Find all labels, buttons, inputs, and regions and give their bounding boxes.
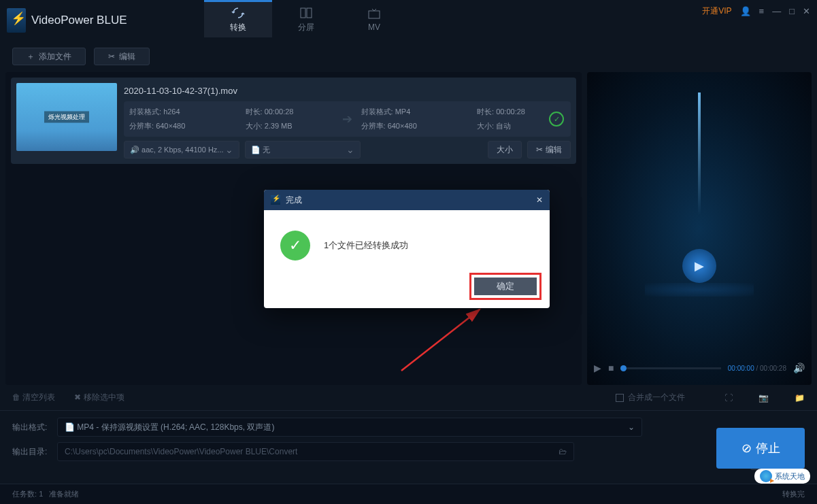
file-item[interactable]: 烁光视频处理 2020-11-03-10-42-37(1).mov 封装格式: … bbox=[11, 78, 576, 164]
site-watermark: 系统天地 bbox=[754, 469, 810, 484]
size-button[interactable]: 大小 bbox=[488, 141, 522, 158]
dst-format: MP4 bbox=[395, 107, 411, 116]
progress-text: 转换完 bbox=[782, 489, 805, 499]
stop-playback-button[interactable]: ■ bbox=[608, 363, 614, 373]
ok-button[interactable]: 确定 bbox=[474, 278, 537, 295]
preview-play-orb[interactable] bbox=[682, 249, 716, 283]
success-check-icon: ✓ bbox=[549, 112, 564, 127]
play-button[interactable]: ▶ bbox=[594, 363, 601, 373]
plus-icon: ＋ bbox=[27, 51, 35, 63]
scissors-icon: ✂ bbox=[108, 52, 115, 61]
player-controls: ▶ ■ 00:00:00 / 00:00:28 🔊 bbox=[587, 351, 812, 385]
user-icon[interactable]: 👤 bbox=[740, 6, 751, 16]
output-section: 输出格式: 📄 MP4 - 保持源视频设置 (H.264; AAC, 128Kb… bbox=[0, 410, 817, 473]
progress-slider[interactable] bbox=[620, 367, 720, 369]
stop-icon: ⊘ bbox=[741, 441, 752, 456]
dst-resolution: 640×480 bbox=[388, 122, 417, 130]
output-format-label: 输出格式: bbox=[12, 422, 50, 433]
arrow-right-icon: ➔ bbox=[334, 112, 361, 127]
preview-panel: ▶ ■ 00:00:00 / 00:00:28 🔊 bbox=[587, 72, 812, 385]
volume-button[interactable]: 🔊 bbox=[793, 363, 805, 373]
folder-icon[interactable]: 📁 bbox=[795, 393, 805, 403]
globe-icon bbox=[760, 470, 772, 482]
status-bar: 任务数: 1 准备就绪 转换完 bbox=[0, 484, 817, 504]
svg-rect-1 bbox=[307, 8, 312, 18]
tab-label: MV bbox=[368, 22, 380, 32]
output-dir-input[interactable]: C:\Users\pc\Documents\VideoPower\VideoPo… bbox=[57, 442, 574, 461]
remove-selected-button[interactable]: ✖ 移除选中项 bbox=[74, 392, 124, 403]
dialog-close-button[interactable]: ✕ bbox=[536, 195, 543, 205]
item-edit-button[interactable]: ✂编辑 bbox=[527, 141, 571, 158]
src-duration: 00:00:28 bbox=[265, 107, 294, 116]
window-controls: 开通VIP 👤 ≡ — □ ✕ bbox=[702, 5, 810, 17]
stop-button[interactable]: ⊘停止 bbox=[716, 428, 805, 469]
tab-mv[interactable]: MV bbox=[340, 0, 408, 37]
dialog-message: 1个文件已经转换成功 bbox=[324, 239, 408, 252]
tab-split[interactable]: 分屏 bbox=[272, 0, 340, 37]
completion-dialog: 完成 ✕ ✓ 1个文件已经转换成功 确定 bbox=[264, 190, 550, 308]
merge-checkbox[interactable]: 合并成一个文件 bbox=[616, 392, 685, 403]
dialog-header[interactable]: 完成 ✕ bbox=[264, 190, 550, 210]
toolbar: ＋添加文件 ✂编辑 bbox=[0, 41, 817, 72]
edit-button[interactable]: ✂编辑 bbox=[94, 48, 150, 65]
file-name: 2020-11-03-10-42-37(1).mov bbox=[124, 83, 571, 101]
task-count: 任务数: 1 准备就绪 bbox=[12, 489, 79, 499]
output-dir-label: 输出目录: bbox=[12, 446, 50, 458]
svg-rect-0 bbox=[301, 8, 305, 18]
src-resolution: 640×480 bbox=[156, 122, 185, 130]
light-beam bbox=[698, 93, 701, 215]
tv-icon bbox=[367, 7, 381, 20]
checkbox-icon bbox=[616, 394, 624, 402]
refresh-icon bbox=[231, 7, 245, 19]
maximize-button[interactable]: □ bbox=[789, 6, 795, 16]
time-display: 00:00:00 / 00:00:28 bbox=[728, 365, 786, 372]
dst-size: 自动 bbox=[496, 122, 511, 130]
audio-select[interactable]: 🔊 aac, 2 Kbps, 44100 Hz... bbox=[124, 141, 239, 158]
minimize-button[interactable]: — bbox=[772, 6, 781, 16]
menu-icon[interactable]: ≡ bbox=[759, 6, 765, 16]
file-details: 2020-11-03-10-42-37(1).mov 封装格式: h264 分辨… bbox=[124, 83, 571, 158]
selectors-row: 🔊 aac, 2 Kbps, 44100 Hz... 📄 无 大小 ✂编辑 bbox=[124, 141, 571, 158]
tab-convert[interactable]: 转换 bbox=[204, 0, 272, 37]
add-file-button[interactable]: ＋添加文件 bbox=[12, 48, 86, 65]
thumb-watermark: 烁光视频处理 bbox=[44, 112, 89, 123]
bolt-icon bbox=[271, 195, 280, 205]
title-bar: VideoPower BLUE 转换 分屏 MV 开通VIP 👤 ≡ — □ ✕ bbox=[0, 0, 817, 41]
base-glow bbox=[645, 283, 754, 297]
spec-row: 封装格式: h264 分辨率: 640×480 时长: 00:00:28 大小:… bbox=[124, 101, 571, 137]
output-format-select[interactable]: 📄 MP4 - 保持源视频设置 (H.264; AAC, 128Kbps, 双声… bbox=[57, 418, 642, 437]
capture-icon[interactable]: 📷 bbox=[758, 393, 769, 403]
subtitle-select[interactable]: 📄 无 bbox=[245, 141, 361, 158]
highlight-box: 确定 bbox=[469, 273, 541, 300]
tab-label: 分屏 bbox=[298, 22, 314, 33]
chevron-down-icon: ⌄ bbox=[628, 422, 635, 432]
vip-link[interactable]: 开通VIP bbox=[702, 5, 731, 17]
crop-icon[interactable]: ⛶ bbox=[724, 393, 733, 403]
success-check-icon: ✓ bbox=[280, 231, 310, 261]
list-action-bar: 🗑 清空列表 ✖ 移除选中项 合并成一个文件 ⛶ 📷 📁 bbox=[0, 385, 817, 410]
src-size: 2.39 MB bbox=[265, 122, 293, 130]
video-thumbnail[interactable]: 烁光视频处理 bbox=[16, 83, 117, 151]
src-format: h264 bbox=[163, 107, 180, 116]
dialog-title: 完成 bbox=[286, 195, 302, 206]
tab-label: 转换 bbox=[230, 22, 246, 33]
browse-icon[interactable]: 🗁 bbox=[558, 447, 567, 456]
split-icon bbox=[299, 7, 313, 19]
scissors-icon: ✂ bbox=[536, 145, 543, 154]
svg-rect-2 bbox=[369, 11, 380, 18]
clear-list-button[interactable]: 🗑 清空列表 bbox=[12, 392, 55, 403]
bolt-icon bbox=[7, 8, 26, 33]
nav-tabs: 转换 分屏 MV bbox=[204, 0, 408, 37]
app-logo: VideoPower BLUE bbox=[7, 8, 127, 33]
dialog-body: ✓ 1个文件已经转换成功 确定 bbox=[264, 210, 550, 308]
dst-duration: 00:00:28 bbox=[496, 107, 525, 116]
close-button[interactable]: ✕ bbox=[803, 6, 810, 16]
app-name: VideoPower BLUE bbox=[31, 14, 127, 27]
